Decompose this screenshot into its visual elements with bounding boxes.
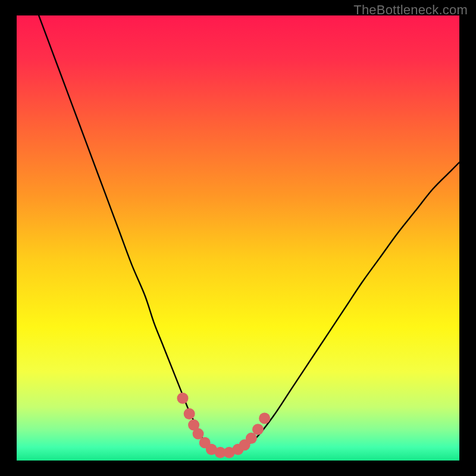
- bottleneck-curve: [39, 15, 459, 454]
- plot-area: [17, 15, 459, 461]
- curve-markers: [177, 393, 271, 458]
- curve-layer: [17, 15, 459, 461]
- curve-marker: [177, 393, 189, 404]
- curve-marker: [252, 424, 264, 435]
- curve-marker: [259, 412, 270, 424]
- chart-container: TheBottleneck.com: [0, 0, 476, 476]
- curve-marker: [184, 408, 195, 419]
